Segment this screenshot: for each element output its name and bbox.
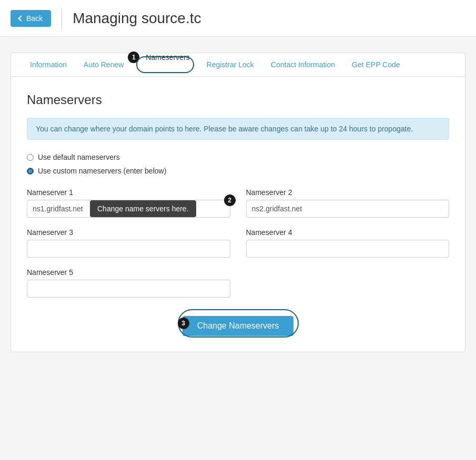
nameserver-3-group: Nameserver 3 (27, 228, 230, 258)
nameserver-5-group: Nameserver 5 (27, 268, 230, 298)
content-area: Nameservers You can change where your do… (11, 77, 465, 298)
tab-nameservers[interactable]: 1 Nameservers (132, 46, 198, 69)
info-message: You can change where your domain points … (36, 125, 413, 133)
step-badge-input: 2 (224, 195, 236, 206)
submit-area: 3 Change Nameservers (11, 311, 465, 336)
radio-custom[interactable] (27, 168, 34, 175)
info-box: You can change where your domain points … (27, 118, 449, 140)
nameserver-4-group: Nameserver 4 (246, 228, 450, 258)
tab-get-epp-code[interactable]: Get EPP Code (343, 53, 409, 76)
radio-default[interactable] (27, 154, 34, 161)
radio-group: Use default nameservers Use custom names… (27, 153, 449, 175)
nameserver-5-label: Nameserver 5 (27, 268, 230, 277)
radio-custom-item[interactable]: Use custom nameservers (enter below) (27, 167, 449, 175)
ns1-badge-wrapper: 2 Change name servers here. (27, 200, 230, 218)
nameserver-form: Nameserver 1 2 Change name servers here.… (27, 188, 449, 298)
tab-information[interactable]: Information (22, 53, 75, 76)
back-label: Back (26, 14, 43, 23)
nameserver-3-label: Nameserver 3 (27, 228, 230, 237)
tab-contact-information[interactable]: Contact Information (262, 53, 343, 76)
back-button[interactable]: Back (11, 10, 51, 27)
tab-registrar-lock[interactable]: Registrar Lock (198, 53, 262, 76)
chevron-left-icon (18, 15, 24, 21)
section-title: Nameservers (27, 93, 449, 107)
nameserver-2-group: Nameserver 2 (246, 188, 450, 218)
radio-default-item[interactable]: Use default nameservers (27, 153, 449, 161)
step-badge-submit: 3 (178, 318, 189, 329)
nameserver-1-input[interactable] (27, 200, 230, 218)
main-content: Information Auto Renew 1 Nameservers Reg… (0, 37, 476, 368)
nameserver-5-input[interactable] (27, 280, 230, 298)
header: Back Managing source.tc (0, 0, 476, 37)
tab-nameservers-wrapper: 1 Nameservers (132, 53, 198, 76)
nameserver-3-input[interactable] (27, 240, 230, 258)
change-nameservers-button[interactable]: Change Nameservers (183, 316, 294, 336)
nameserver-4-input[interactable] (246, 240, 450, 258)
nameserver-2-label: Nameserver 2 (246, 188, 450, 197)
tab-auto-renew[interactable]: Auto Renew (75, 53, 132, 76)
card: Information Auto Renew 1 Nameservers Reg… (11, 53, 465, 352)
radio-default-label: Use default nameservers (38, 153, 120, 161)
page-title: Managing source.tc (73, 10, 201, 27)
nameserver-4-label: Nameserver 4 (246, 228, 450, 237)
nameserver-2-input[interactable] (246, 200, 450, 218)
header-divider (62, 8, 62, 29)
step-badge-tab: 1 (128, 52, 139, 63)
radio-custom-label: Use custom nameservers (enter below) (38, 167, 166, 175)
tabs-bar: Information Auto Renew 1 Nameservers Reg… (11, 53, 465, 77)
nameserver-1-label: Nameserver 1 (27, 188, 230, 197)
nameserver-1-group: Nameserver 1 2 Change name servers here. (27, 188, 230, 218)
